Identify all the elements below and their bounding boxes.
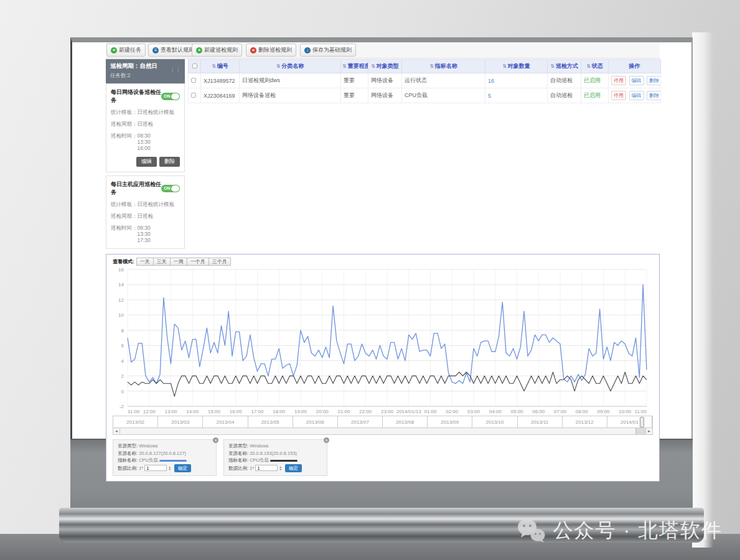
task-toggle[interactable]: ON [161, 93, 180, 100]
resource-name-label: 资源名称: [228, 450, 248, 456]
edit-button[interactable]: 编辑 [629, 91, 644, 100]
cell-type: 网络设备 [368, 88, 402, 103]
time-values: 08:30 13:30 16:00 [138, 133, 151, 151]
metric-name-value: CPU负载 [250, 457, 269, 463]
table-row: XJ13489572 日巡检规则dws 重要 网络设备 运行状态 16 自动巡检… [189, 73, 661, 88]
time-label: 巡检时间： [111, 133, 138, 151]
y-axis-label: 6 [121, 343, 124, 348]
x-axis-label: 19:00 [294, 409, 307, 414]
edit-button[interactable]: 编辑 [629, 76, 644, 85]
col-importance[interactable]: ⇅重要程度 [341, 60, 368, 73]
metric-name-value: CPU负载 [139, 457, 158, 463]
cell-method: 自动巡检 [548, 73, 581, 88]
sort-icon: ⇅ [502, 63, 507, 69]
col-actions: 操作 [609, 60, 661, 73]
x-axis-label: 10:00 [619, 409, 632, 414]
ratio-input[interactable] [144, 465, 167, 471]
row-checkbox[interactable] [191, 78, 196, 83]
x-axis-label: 05:00 [510, 409, 523, 414]
view-mode-button-3[interactable]: 一个月 [187, 258, 209, 266]
delete-task-button[interactable]: 删除 [159, 157, 180, 167]
table-header-row: ⇅编号 ⇅分类名称 ⇅重要程度 ⇅对象类型 ⇅指标名称 ⇅对象数量 ⇅巡检方式 … [189, 60, 661, 73]
delete-circle-icon: × [250, 47, 256, 54]
status-badge: 已启用 [584, 77, 601, 83]
save-as-base-rule-label: 保存为基础规则 [312, 46, 352, 54]
stepper-icon[interactable]: ▲▼ [168, 466, 171, 471]
cell-name: 日巡检规则dws [240, 73, 341, 88]
time-value: 13:30 [138, 139, 151, 145]
overview-month-cell[interactable]: 2013/08 [383, 416, 428, 427]
scroll-right-arrow-icon[interactable]: ► [645, 428, 652, 434]
col-id[interactable]: ⇅编号 [201, 60, 240, 73]
drag-handle-icon[interactable]: ⋮⋮ [170, 67, 181, 73]
new-task-button[interactable]: + 新建任务 [106, 44, 146, 57]
ratio-input[interactable] [255, 465, 278, 471]
scroll-left-arrow-icon[interactable]: ◄ [113, 428, 120, 434]
close-icon[interactable]: × [324, 437, 329, 443]
new-rule-button[interactable]: + 新建巡检规则 [192, 44, 242, 57]
disable-button[interactable]: 停用 [611, 76, 626, 85]
delete-rule-button[interactable]: × 删除巡检规则 [246, 44, 296, 57]
x-axis-label: 01:00 [424, 409, 437, 414]
toggle-knob [171, 93, 179, 100]
disable-button[interactable]: 停用 [611, 91, 626, 100]
template-value: 日巡检统计模板 [138, 201, 175, 208]
x-axis-label: 17:00 [251, 409, 264, 414]
view-mode-button-4[interactable]: 三个月 [208, 258, 231, 266]
overview-month-cell[interactable]: 2013/07 [338, 416, 383, 427]
object-count-link[interactable]: 5 [488, 93, 491, 99]
view-mode-button-2[interactable]: 一周 [170, 258, 187, 266]
table-row: XJ23084169 网络设备巡检 重要 网络设备 CPU负载 5 自动巡检 已… [189, 88, 661, 103]
col-type[interactable]: ⇅对象类型 [368, 60, 402, 73]
x-axis-label: 15:00 [208, 409, 221, 414]
x-axis-label: 16:00 [230, 409, 243, 414]
toolbar-left: + 新建任务 ≡ 查看默认规则 [106, 44, 187, 57]
sort-icon: ⇅ [212, 63, 216, 69]
overview-ruler[interactable]: 2013/022013/032013/042013/052013/062013/… [113, 416, 653, 428]
overview-month-cell[interactable]: 2013/06 [293, 416, 338, 427]
edit-task-button[interactable]: 编辑 [136, 157, 157, 167]
scrollbar-track[interactable] [120, 428, 645, 434]
select-all-checkbox[interactable] [192, 63, 197, 68]
overview-month-cell[interactable]: 2013/05 [248, 416, 293, 427]
overview-month-cell[interactable]: 2013/09 [428, 416, 472, 427]
row-checkbox[interactable] [191, 93, 196, 98]
rules-table: ⇅编号 ⇅分类名称 ⇅重要程度 ⇅对象类型 ⇅指标名称 ⇅对象数量 ⇅巡检方式 … [188, 59, 661, 103]
view-mode-group: 一天三天一周一个月三个月 [137, 258, 231, 265]
delete-button[interactable]: 删除 [647, 91, 660, 100]
col-metric[interactable]: ⇅指标名称 [402, 60, 485, 73]
x-axis-label: 07:00 [554, 409, 567, 414]
col-name[interactable]: ⇅分类名称 [240, 60, 341, 73]
confirm-button[interactable]: 确定 [285, 464, 302, 473]
overview-month-cell[interactable]: 2013/03 [158, 416, 203, 427]
cell-importance: 重要 [341, 88, 368, 103]
object-count-link[interactable]: 16 [488, 78, 494, 84]
save-as-base-rule-button[interactable]: ↓ 保存为基础规则 [300, 44, 356, 57]
ratio-prefix: 1* [250, 465, 254, 471]
col-status[interactable]: ⇅状态 [581, 60, 609, 73]
view-mode-button-1[interactable]: 三天 [153, 258, 171, 266]
cell-importance: 重要 [341, 73, 368, 88]
delete-button[interactable]: 删除 [647, 76, 660, 85]
overview-month-cell[interactable]: 2014/01 [607, 416, 652, 427]
x-axis-label: 22:00 [359, 409, 372, 414]
scrollbar-thumb[interactable] [635, 428, 645, 434]
cell-id: XJ13489572 [201, 73, 240, 88]
view-mode-button-0[interactable]: 一天 [136, 258, 154, 266]
overview-month-cell[interactable]: 2013/11 [518, 416, 563, 427]
close-icon[interactable]: × [213, 437, 218, 443]
task-toggle[interactable]: ON [161, 185, 180, 192]
overview-month-cell[interactable]: 2013/12 [563, 416, 607, 427]
overview-month-cell[interactable]: 2013/02 [113, 416, 158, 427]
x-axis-label: 06:00 [532, 409, 545, 414]
overview-month-cell[interactable]: 2013/04 [203, 416, 248, 427]
confirm-button[interactable]: 确定 [174, 464, 191, 473]
overview-month-cell[interactable]: 2013/10 [472, 416, 517, 427]
col-method[interactable]: ⇅巡检方式 [548, 60, 581, 73]
task-card-host: 每日主机应用巡检任务 ON 统计模板：日巡检统计模板 巡检周期：日巡检 巡检时间… [106, 175, 185, 249]
stepper-icon[interactable]: ▲▼ [279, 466, 281, 471]
time-value: 16:00 [138, 145, 151, 151]
range-slider-handle[interactable] [640, 417, 644, 427]
cell-type: 网络设备 [368, 73, 402, 88]
col-count[interactable]: ⇅对象数量 [485, 60, 548, 73]
